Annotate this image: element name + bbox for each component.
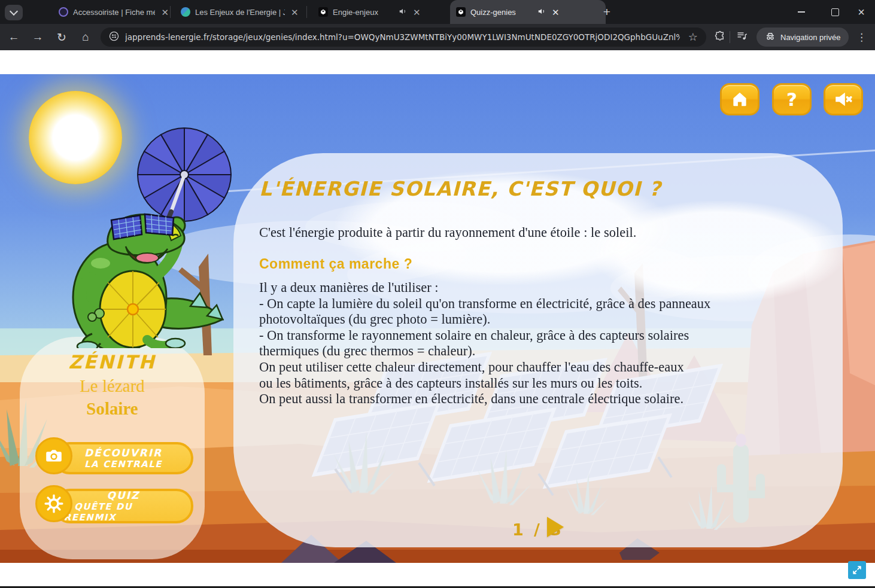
game-canvas: L'ÉNERGIE SOLAIRE, C'EST QUOI ? C'est l'… (0, 74, 875, 563)
close-icon[interactable]: ✕ (412, 7, 422, 18)
page-margin-top (0, 50, 875, 74)
character-panel: ZÉNITH Le lézard Solaire DÉCOUVRIR LA CE… (20, 337, 205, 559)
window-maximize-button[interactable] (821, 0, 849, 24)
body-line: - On transforme le rayonnement solaire e… (259, 328, 816, 344)
tab-separator (306, 6, 307, 18)
camera-icon (35, 437, 72, 474)
incognito-badge: Navigation privée (756, 28, 849, 47)
browser-menu-button[interactable]: ⋮ (851, 27, 871, 47)
home-icon (731, 90, 749, 108)
window-minimize-button[interactable] (788, 0, 815, 24)
lizard-mascot-illustration (30, 103, 239, 348)
home-button[interactable]: ⌂ (75, 27, 96, 47)
page-margin-bottom (0, 563, 875, 586)
question-mark-icon: ? (786, 89, 797, 110)
speaker-muted-icon (833, 89, 853, 109)
mute-button[interactable] (824, 83, 863, 115)
tab-strip: Accessoiriste | Fiche métier | Op ✕ Les … (0, 0, 875, 24)
discover-plant-label: DÉCOUVRIR LA CENTRALE (53, 442, 193, 474)
address-bar[interactable]: japprends-lenergie.fr/storage/jeux/genie… (101, 28, 706, 47)
body-line: ou les bâtiments, grâce à des capteurs i… (259, 376, 816, 392)
extensions-icon[interactable] (715, 31, 726, 44)
tab-title: Engie-enjeux (333, 8, 378, 17)
incognito-label: Navigation privée (780, 33, 840, 42)
tab-title: Accessoiriste | Fiche métier | Op (73, 8, 155, 17)
fullscreen-button[interactable] (848, 561, 866, 579)
browser-toolbar: ← → ↻ ⌂ japprends-lenergie.fr/storage/je… (0, 24, 875, 50)
browser-window: Accessoiriste | Fiche métier | Op ✕ Les … (0, 0, 875, 588)
forward-button[interactable]: → (28, 27, 48, 47)
body-line: Il y a deux manières de l'utiliser : (259, 280, 816, 296)
tab-engie-enjeux[interactable]: Engie-enjeux ✕ (312, 0, 457, 24)
audio-muted-icon[interactable] (399, 7, 407, 17)
tab-enjeux-energie[interactable]: Les Enjeux de l'Energie | J'appre ✕ (175, 0, 314, 24)
new-tab-button[interactable]: + (598, 4, 615, 20)
browser-chrome: Accessoiriste | Fiche métier | Op ✕ Les … (0, 0, 875, 50)
back-button[interactable]: ← (4, 27, 24, 47)
character-name: ZÉNITH (20, 351, 205, 373)
window-close-button[interactable]: × (847, 0, 875, 24)
tab-separator (170, 6, 171, 18)
tab-favicon (59, 7, 68, 17)
unity-favicon (456, 7, 466, 17)
lesson-title: L'ÉNERGIE SOLAIRE, C'EST QUOI ? (259, 177, 661, 200)
help-button[interactable]: ? (772, 83, 812, 115)
lesson-intro: C'est l'énergie produite à partir du ray… (259, 225, 636, 240)
body-line: thermiques (du grec thermos = chaleur). (259, 343, 816, 359)
tab-quizz-genies[interactable]: Quizz-genies ✕ (450, 0, 606, 24)
url-text: japprends-lenergie.fr/storage/jeux/genie… (125, 32, 680, 42)
close-icon[interactable]: ✕ (551, 7, 561, 18)
body-line: On peut utiliser cette chaleur directeme… (259, 359, 816, 376)
expand-arrows-icon (851, 564, 863, 576)
chevron-down-icon (10, 7, 18, 16)
maximize-icon (831, 8, 839, 16)
home-game-button[interactable] (720, 83, 759, 115)
lesson-panel: L'ÉNERGIE SOLAIRE, C'EST QUOI ? C'est l'… (233, 153, 843, 547)
close-icon[interactable]: ✕ (290, 7, 300, 18)
incognito-icon (765, 31, 776, 44)
tab-accessoiriste[interactable]: Accessoiriste | Fiche métier | Op ✕ (53, 0, 176, 24)
reload-button[interactable]: ↻ (51, 27, 72, 47)
unity-favicon (318, 7, 328, 17)
audio-muted-icon[interactable] (537, 7, 546, 17)
minimize-icon (798, 11, 805, 13)
sun-icon (35, 485, 72, 522)
tab-search-button[interactable] (5, 5, 23, 20)
close-icon[interactable]: ✕ (160, 7, 170, 18)
tab-title: Les Enjeux de l'Energie | J'appre (195, 8, 285, 17)
site-info-icon[interactable] (109, 31, 119, 43)
toolbar-divider (730, 31, 730, 43)
tab-favicon (181, 7, 190, 17)
character-subtitle-2: Solaire (20, 399, 205, 419)
tab-title: Quizz-genies (470, 8, 516, 17)
bookmark-star-icon[interactable]: ☆ (688, 31, 698, 44)
character-subtitle-1: Le lézard (20, 376, 205, 396)
body-line: On peut aussi la transformer en électric… (259, 391, 816, 407)
page-indicator: 1 / 3 (233, 520, 843, 539)
quiz-label: QUIZ LA QUÊTE DU GREENMIX (53, 489, 193, 523)
next-page-button[interactable] (547, 517, 564, 537)
lesson-subheading: Comment ça marche ? (259, 256, 412, 272)
body-line: photovoltaïques (du grec photo = lumière… (259, 312, 816, 328)
body-line: - On capte la lumière du soleil qu'on tr… (259, 296, 816, 312)
media-controls-icon[interactable] (736, 30, 748, 44)
lesson-body: Il y a deux manières de l'utiliser : - O… (259, 280, 816, 407)
